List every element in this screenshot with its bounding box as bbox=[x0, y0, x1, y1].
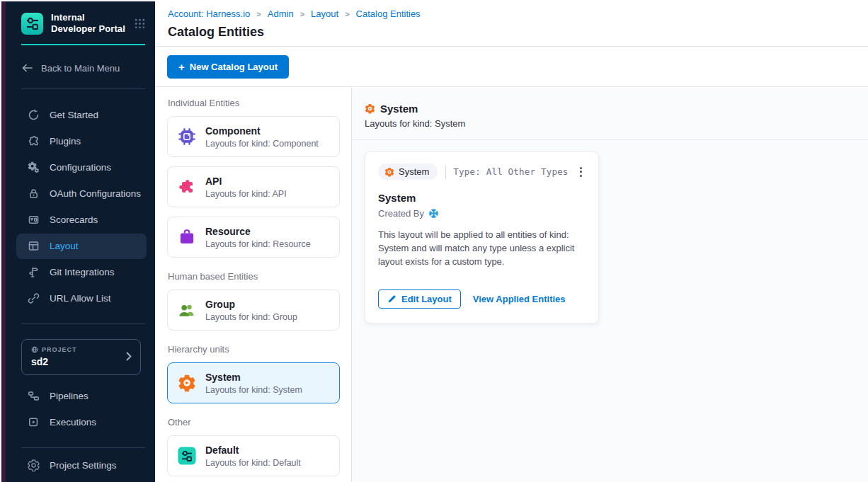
layout-icon bbox=[27, 240, 40, 253]
api-icon bbox=[178, 178, 196, 196]
sidebar-item-label: OAuth Configurations bbox=[50, 188, 141, 199]
app-header: Internal Developer Portal bbox=[6, 1, 155, 35]
section-label-other: Other bbox=[168, 417, 340, 428]
back-arrow-icon bbox=[21, 63, 33, 73]
breadcrumb-separator: > bbox=[300, 10, 304, 18]
sidebar-item-executions[interactable]: Executions bbox=[16, 410, 147, 435]
sidebar-item-label: Executions bbox=[50, 417, 96, 428]
entity-name: Component bbox=[205, 125, 319, 137]
sidebar-item-label: Plugins bbox=[50, 136, 81, 147]
settings-nav: Project Settings bbox=[6, 453, 155, 478]
entity-card-api[interactable]: API Layouts for kind: API bbox=[167, 166, 340, 207]
layout-detail-panel: System Layouts for kind: System System bbox=[352, 88, 868, 482]
project-name: sd2 bbox=[31, 356, 126, 367]
breadcrumb-catalog-entities[interactable]: Catalog Entities bbox=[356, 8, 421, 19]
divider bbox=[21, 88, 145, 89]
entity-name: API bbox=[205, 176, 287, 187]
entity-name: Default bbox=[205, 444, 301, 456]
sidebar-item-label: Project Settings bbox=[50, 460, 117, 471]
type-label: Type: All Other Types bbox=[453, 166, 568, 177]
breadcrumb: Account: Harness.io > Admin > Layout > C… bbox=[168, 8, 868, 19]
project-selector[interactable]: PROJECT sd2 bbox=[21, 339, 141, 375]
sidebar-item-label: Get Started bbox=[50, 110, 98, 120]
breadcrumb-layout[interactable]: Layout bbox=[311, 8, 338, 19]
entity-name: Resource bbox=[205, 226, 311, 237]
breadcrumb-separator: > bbox=[345, 10, 349, 18]
sidebar-item-layout[interactable]: Layout bbox=[16, 234, 147, 259]
back-label: Back to Main Menu bbox=[41, 63, 120, 74]
pipelines-icon bbox=[27, 390, 40, 403]
content: Individual Entities Component Layout bbox=[155, 88, 868, 482]
sidebar-item-git-integrations[interactable]: Git Integrations bbox=[16, 260, 147, 285]
entity-name: System bbox=[205, 372, 302, 383]
default-idp-icon bbox=[178, 447, 196, 465]
card-menu-kebab-icon[interactable] bbox=[576, 165, 586, 179]
get-started-icon bbox=[27, 109, 40, 122]
section-label-hierarchy: Hierarchy units bbox=[168, 344, 340, 355]
sidebar-item-label: URL Allow List bbox=[50, 293, 111, 304]
sidebar-item-scorecards[interactable]: Scorecards bbox=[16, 207, 147, 233]
sidebar-item-label: Scorecards bbox=[50, 214, 98, 225]
project-eyebrow-label: PROJECT bbox=[42, 346, 77, 353]
component-icon bbox=[178, 127, 196, 146]
layout-name: System bbox=[378, 192, 586, 204]
section-label-human: Human based Entities bbox=[168, 271, 340, 282]
sidebar-item-label: Layout bbox=[50, 241, 79, 251]
sidebar-item-label: Configurations bbox=[50, 162, 111, 173]
breadcrumb-separator: > bbox=[256, 10, 261, 18]
detail-subtitle: Layouts for kind: System bbox=[365, 118, 868, 129]
sidebar-item-url-allow-list[interactable]: URL Allow List bbox=[16, 286, 147, 311]
divider bbox=[21, 323, 145, 324]
entity-card-system[interactable]: System Layouts for kind: System bbox=[167, 362, 340, 403]
lock-icon bbox=[27, 188, 40, 200]
kind-chip-label: System bbox=[399, 166, 429, 177]
project-icon bbox=[31, 346, 38, 353]
gear-icon bbox=[27, 459, 40, 472]
sidebar-item-configurations[interactable]: Configurations bbox=[16, 155, 147, 180]
detail-header: System Layouts for kind: System bbox=[352, 88, 868, 140]
sidebar-item-label: Git Integrations bbox=[50, 267, 115, 277]
sidebar-item-oauth-configurations[interactable]: OAuth Configurations bbox=[16, 181, 147, 207]
executions-icon bbox=[27, 416, 40, 429]
sidebar-item-plugins[interactable]: Plugins bbox=[16, 129, 147, 154]
resource-icon bbox=[178, 228, 196, 246]
app-title: Internal Developer Portal bbox=[51, 12, 127, 35]
page-title: Catalog Entities bbox=[168, 25, 868, 40]
entity-card-group[interactable]: Group Layouts for kind: Group bbox=[167, 289, 340, 331]
new-catalog-layout-button[interactable]: + New Catalog Layout bbox=[167, 55, 289, 79]
edit-layout-button[interactable]: Edit Layout bbox=[378, 289, 461, 309]
system-gear-icon bbox=[365, 103, 375, 114]
app-switcher-icon[interactable] bbox=[135, 18, 145, 29]
layout-description: This layout will be applied to all entit… bbox=[378, 229, 586, 269]
page-header: Account: Harness.io > Admin > Layout > C… bbox=[155, 0, 868, 47]
view-applied-entities-link[interactable]: View Applied Entities bbox=[473, 294, 566, 304]
entity-kind: Layouts for kind: Group bbox=[205, 312, 297, 322]
divider bbox=[445, 165, 446, 179]
edit-layout-label: Edit Layout bbox=[401, 294, 452, 304]
entity-kind: Layouts for kind: Default bbox=[205, 458, 301, 468]
scorecards-icon bbox=[27, 214, 40, 226]
detail-title: System bbox=[380, 103, 418, 115]
breadcrumb-admin[interactable]: Admin bbox=[268, 8, 294, 19]
sidebar-item-pipelines[interactable]: Pipelines bbox=[16, 384, 147, 409]
entity-kind: Layouts for kind: Component bbox=[205, 139, 319, 149]
entity-card-component[interactable]: Component Layouts for kind: Component bbox=[167, 116, 340, 157]
entity-card-resource[interactable]: Resource Layouts for kind: Resource bbox=[167, 217, 340, 258]
layout-card: System Type: All Other Types System Crea… bbox=[365, 151, 599, 323]
back-to-main-menu[interactable]: Back to Main Menu bbox=[6, 63, 155, 74]
chevron-right-icon bbox=[126, 352, 132, 361]
sidebar-item-project-settings[interactable]: Project Settings bbox=[16, 453, 147, 478]
entity-kind: Layouts for kind: API bbox=[205, 189, 287, 199]
project-meta: PROJECT sd2 bbox=[31, 346, 126, 367]
sidebar-item-get-started[interactable]: Get Started bbox=[16, 103, 147, 128]
entity-card-default[interactable]: Default Layouts for kind: Default bbox=[167, 435, 340, 476]
harness-logo-icon bbox=[428, 208, 439, 219]
main-area: Account: Harness.io > Admin > Layout > C… bbox=[155, 0, 868, 482]
link-icon bbox=[27, 292, 40, 305]
breadcrumb-account[interactable]: Account: Harness.io bbox=[168, 8, 250, 19]
divider bbox=[21, 447, 145, 448]
entity-kind: Layouts for kind: Resource bbox=[205, 239, 311, 249]
new-catalog-layout-label: New Catalog Layout bbox=[190, 62, 278, 72]
section-label-individual: Individual Entities bbox=[168, 98, 340, 108]
git-integrations-icon bbox=[27, 266, 40, 279]
